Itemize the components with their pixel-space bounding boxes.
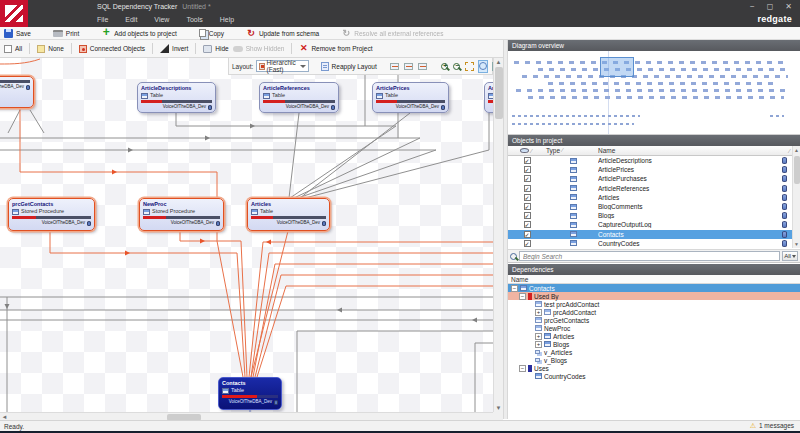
tree-row-contacts[interactable]: −Contacts <box>508 284 800 292</box>
checkbox-checked-icon[interactable]: ✓ <box>524 221 531 228</box>
objects-scrollbar[interactable]: ▲ ▼ <box>792 146 800 248</box>
objects-scroll-thumb[interactable] <box>794 156 800 184</box>
tree-row-articles[interactable]: +Articles <box>508 332 800 340</box>
objects-column-header: ⁄ Type⁄ Name ⁄ <box>508 146 800 156</box>
tree-row-countrycodes[interactable]: CountryCodes <box>508 372 800 380</box>
diagram-node-Articles[interactable]: ArticlesTableVoiceOfTheDBA_Dev <box>247 198 330 231</box>
tree-row-used-by[interactable]: −Used By <box>508 292 800 300</box>
diagram-node-ArticlePurchases[interactable]: ArticlePurchasesTableVoiceOfTheDBA_Dev <box>484 82 493 113</box>
checkbox-checked-icon[interactable]: ✓ <box>524 166 531 173</box>
diagram-node-ArticlePrices[interactable]: ArticlePricesTableVoiceOfTheDBA_Dev <box>372 82 449 113</box>
tree-row-v_articles[interactable]: v_Articles <box>508 348 800 356</box>
object-row[interactable]: ✓BlogComments <box>508 202 792 211</box>
scroll-down-icon[interactable]: ▼ <box>494 404 503 412</box>
object-row[interactable]: ✓Blogs <box>508 211 792 220</box>
print-button[interactable]: Print <box>53 30 79 37</box>
object-row[interactable]: ✓CaptureOutputLog <box>508 220 792 229</box>
object-row[interactable]: ✓Contacts <box>508 230 792 239</box>
visibility-eye-icon[interactable] <box>520 148 529 153</box>
checkbox-checked-icon[interactable]: ✓ <box>524 194 531 201</box>
checkbox-checked-icon[interactable]: ✓ <box>524 157 531 164</box>
update-button[interactable]: ↻Update from schema <box>246 28 319 38</box>
status-messages[interactable]: ⚠1 messages <box>750 422 794 430</box>
search-filter-button[interactable]: All <box>782 251 798 261</box>
copy-button[interactable]: Copy <box>199 29 224 37</box>
checkbox-checked-icon[interactable]: ✓ <box>524 231 531 238</box>
menu-view[interactable]: View <box>152 14 171 25</box>
minimap-viewport[interactable] <box>600 57 634 77</box>
zoom-to-fit-button[interactable] <box>464 60 475 73</box>
add-button[interactable]: +Add objects to project <box>101 28 177 38</box>
search-input[interactable] <box>519 251 780 261</box>
tree-row-prcgetcontacts[interactable]: prcGetContacts <box>508 316 800 324</box>
none-button[interactable]: None <box>37 45 64 53</box>
diagram-vertical-scrollbar[interactable]: ▲ ▼ <box>493 58 503 412</box>
object-row[interactable]: ✓ArticleDescriptions <box>508 156 792 165</box>
object-row[interactable]: ✓ArticleReferences <box>508 184 792 193</box>
diagram-node-Contacts[interactable]: ContactsTableVoiceOfTheDBA_Dev <box>218 377 282 410</box>
object-row[interactable]: ✓CountryCodes <box>508 239 792 248</box>
menu-file[interactable]: File <box>95 14 110 25</box>
maximize-button[interactable]: ◻ <box>767 2 774 11</box>
all-button[interactable]: All <box>4 45 22 53</box>
layout-select[interactable]: Hierarchic (Fast) <box>256 60 308 72</box>
checkbox-checked-icon[interactable]: ✓ <box>524 185 531 192</box>
pan-mode-button[interactable] <box>478 60 488 73</box>
tree-row-test-prcaddcontact[interactable]: test prcAddContact <box>508 300 800 308</box>
menubar: FileEditViewToolsHelp <box>95 14 236 25</box>
edge-style-button[interactable] <box>389 60 400 73</box>
node-style-button[interactable] <box>417 60 428 73</box>
tree-row-newproc[interactable]: NewProc <box>508 324 800 332</box>
diagram-node-ArticleReferences[interactable]: ArticleReferencesTableVoiceOfTheDBA_Dev <box>259 82 339 113</box>
diagram-node-prcGetContacts[interactable]: prcGetContactsStored ProcedureVoiceOfThe… <box>8 198 95 231</box>
connected-button[interactable]: Connected Objects <box>79 45 145 53</box>
diagram-canvas[interactable]: VoiceOfTheDBA_DevArticleDescriptionsTabl… <box>0 58 493 412</box>
vertical-scroll-thumb[interactable] <box>495 67 503 119</box>
object-name: ArticlePrices <box>598 166 776 173</box>
search-icon[interactable] <box>510 253 517 260</box>
expand-plus-icon[interactable]: + <box>535 333 542 340</box>
table-icon <box>570 231 577 237</box>
expand-plus-icon[interactable]: + <box>535 309 542 316</box>
diagram-node[interactable]: VoiceOfTheDBA_Dev <box>0 76 34 108</box>
diagram-node-ArticleDescriptions[interactable]: ArticleDescriptionsTableVoiceOfTheDBA_De… <box>137 82 216 113</box>
scroll-down-icon[interactable]: ▼ <box>792 240 800 248</box>
collapse-minus-icon[interactable]: − <box>519 365 526 372</box>
scroll-up-icon[interactable]: ▲ <box>792 146 800 154</box>
collapse-minus-icon[interactable]: − <box>519 293 526 300</box>
checkbox-checked-icon[interactable]: ✓ <box>524 203 531 210</box>
checkbox-checked-icon[interactable]: ✓ <box>524 240 531 247</box>
tree-row-blogs[interactable]: +Blogs <box>508 340 800 348</box>
object-row[interactable]: ✓ArticlePurchases <box>508 174 792 183</box>
tree-row-v_blogs[interactable]: v_Blogs <box>508 356 800 364</box>
menu-tools[interactable]: Tools <box>184 14 204 25</box>
link-style-icon <box>404 63 413 70</box>
remove-button[interactable]: ✕Remove from Project <box>299 44 372 53</box>
scroll-up-icon[interactable]: ▲ <box>494 58 503 66</box>
invert-button[interactable]: Invert <box>160 44 188 53</box>
zoom-out-button[interactable]: − <box>452 60 461 73</box>
name-column-header[interactable]: Name <box>598 147 615 154</box>
type-column-header[interactable]: Type <box>546 147 560 154</box>
tree-row-prcaddcontact[interactable]: +prcAddContact <box>508 308 800 316</box>
zoom-in-button[interactable]: + <box>440 60 449 73</box>
collapse-minus-icon[interactable]: − <box>511 285 518 292</box>
menu-help[interactable]: Help <box>218 14 236 25</box>
minimize-button[interactable]: − <box>750 2 755 11</box>
checkbox-checked-icon[interactable]: ✓ <box>524 212 531 219</box>
connected-icon <box>79 45 87 53</box>
close-button[interactable]: ✕ <box>785 2 792 11</box>
object-row[interactable]: ✓ArticlePrices <box>508 165 792 174</box>
diagram-overview-minimap[interactable] <box>508 51 800 135</box>
link-style-button[interactable] <box>403 60 414 73</box>
hide-button[interactable]: Hide <box>203 45 228 53</box>
save-button[interactable]: Save <box>4 29 31 38</box>
tree-row-uses[interactable]: −Uses <box>508 364 800 372</box>
object-row[interactable]: ✓Articles <box>508 193 792 202</box>
expand-plus-icon[interactable]: + <box>535 341 542 348</box>
checkbox-checked-icon[interactable]: ✓ <box>524 175 531 182</box>
menu-edit[interactable]: Edit <box>123 14 139 25</box>
table-icon <box>570 194 577 200</box>
reapply-layout-button[interactable]: Reapply Layout <box>321 62 377 71</box>
diagram-node-NewProc[interactable]: NewProcStored ProcedureVoiceOfTheDBA_Dev <box>139 198 224 231</box>
